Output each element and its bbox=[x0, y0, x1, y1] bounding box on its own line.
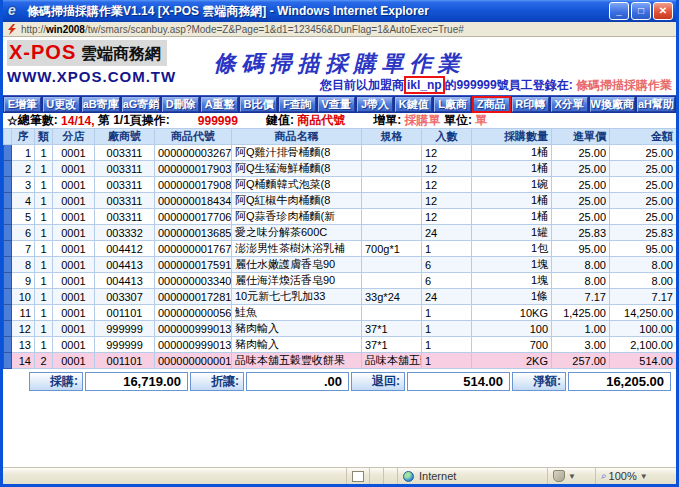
table-row[interactable]: 7100010044120000000017671澎澎男性茶樹沐浴乳補700g*… bbox=[4, 241, 677, 257]
cell bbox=[362, 225, 422, 241]
table-row[interactable]: 5100010033110000000177061阿Q蒜香珍肉桶麵(新121桶2… bbox=[4, 209, 677, 225]
magnifier-icon: ⌕ bbox=[601, 470, 607, 482]
table-row[interactable]: 4100010033110000000184342阿Q紅椒牛肉桶麵(8121桶2… bbox=[4, 193, 677, 209]
cell: 0000009990135 bbox=[155, 321, 232, 337]
table-row[interactable]: 2100010033110000000179034阿Q生猛海鮮桶麵(8121桶2… bbox=[4, 161, 677, 177]
zoom-control[interactable]: ⌕ 100% ▼ bbox=[596, 468, 676, 484]
row-marker[interactable] bbox=[4, 273, 12, 289]
cell: 12 bbox=[422, 193, 472, 209]
cell: 8.00 bbox=[552, 257, 610, 273]
row-marker[interactable] bbox=[4, 241, 12, 257]
address-bar[interactable]: http://win2008/tw/smars/scanbuy.asp?Mode… bbox=[3, 22, 676, 37]
toolbar: E增筆U更改aB寄庫aG寄銷D刪除A重整B比價F查詢V查量J帶入K鍵值L廠商Z商… bbox=[3, 95, 676, 113]
cell: 0001 bbox=[53, 241, 95, 257]
statusbar-message-area bbox=[3, 468, 347, 484]
row-marker[interactable] bbox=[4, 145, 12, 161]
row-marker[interactable] bbox=[4, 257, 12, 273]
status-bar: Internet ▼ ⌕ 100% ▼ bbox=[3, 467, 676, 484]
toolbar-button-14[interactable]: X分單 bbox=[551, 97, 588, 112]
cell: 0000000177061 bbox=[155, 209, 232, 225]
toolbar-button-3[interactable]: aG寄銷 bbox=[122, 97, 161, 112]
minimize-button[interactable]: _ bbox=[609, 2, 629, 20]
table-row[interactable]: 8100010044130000000175913麗仕水嫩護膚香皂9061塊8.… bbox=[4, 257, 677, 273]
page-content: X-POS 雲端商務網 WWW.XPOS.COM.TW 條碼掃描採購單作業 您目… bbox=[3, 37, 676, 467]
toolbar-button-13[interactable]: R印轉 bbox=[512, 97, 549, 112]
table-row[interactable]: 1010001003307000000017281310元新七七乳加3333g*… bbox=[4, 289, 677, 305]
column-header: 廠商號 bbox=[95, 129, 155, 145]
row-marker[interactable] bbox=[4, 225, 12, 241]
toolbar-button-1[interactable]: U更改 bbox=[43, 97, 80, 112]
page-title: 條碼掃描採購單作業 bbox=[3, 49, 676, 79]
close-button[interactable]: ✕ bbox=[653, 2, 673, 20]
toolbar-button-7[interactable]: F查詢 bbox=[279, 97, 316, 112]
toolbar-button-5[interactable]: A重整 bbox=[201, 97, 238, 112]
cell: 7.17 bbox=[552, 289, 610, 305]
cell: 12 bbox=[12, 321, 35, 337]
cell bbox=[362, 257, 422, 273]
toolbar-button-9[interactable]: J帶入 bbox=[357, 97, 394, 112]
toolbar-button-11[interactable]: L廠商 bbox=[434, 97, 471, 112]
table-row[interactable]: 12100019999990000009990135豬肉輸入37*111001.… bbox=[4, 321, 677, 337]
cell: 0001 bbox=[53, 145, 95, 161]
cell: 003307 bbox=[95, 289, 155, 305]
cell: 37*1 bbox=[362, 321, 422, 337]
cell: 0000000136853 bbox=[155, 225, 232, 241]
toolbar-button-16[interactable]: aH幫助 bbox=[637, 97, 675, 112]
cell: 阿Q雞汁排骨桶麵(8 bbox=[232, 145, 362, 161]
toolbar-button-15[interactable]: W換廠商 bbox=[590, 97, 635, 112]
purchase-total-value: 16,719.00 bbox=[85, 372, 188, 391]
zoom-level: 100% bbox=[609, 470, 637, 482]
cell: 1 bbox=[35, 337, 53, 353]
table-row[interactable]: 13100019999990000009990135豬肉輸入37*117003.… bbox=[4, 337, 677, 353]
cell: 003332 bbox=[95, 225, 155, 241]
toolbar-button-8[interactable]: V查量 bbox=[318, 97, 355, 112]
row-marker[interactable] bbox=[4, 289, 12, 305]
zone-label: Internet bbox=[419, 470, 456, 482]
row-marker[interactable] bbox=[4, 193, 12, 209]
cell: 1,425.00 bbox=[552, 305, 610, 321]
cell: 10元新七七乳加33 bbox=[232, 289, 362, 305]
cell: 001101 bbox=[95, 353, 155, 369]
maximize-button[interactable]: □ bbox=[631, 2, 651, 20]
row-marker[interactable] bbox=[4, 337, 12, 353]
cell: 6 bbox=[422, 273, 472, 289]
cell: 2 bbox=[35, 353, 53, 369]
toolbar-button-2[interactable]: aB寄庫 bbox=[82, 97, 120, 112]
cell: 愛之味分解茶600C bbox=[232, 225, 362, 241]
cell: 14 bbox=[12, 353, 35, 369]
discount-value: .00 bbox=[246, 372, 349, 391]
cell: 麗仕水嫩護膚香皂90 bbox=[232, 257, 362, 273]
table-row[interactable]: 6100010033320000000136853愛之味分解茶600C241罐2… bbox=[4, 225, 677, 241]
cell: 澎澎男性茶樹沐浴乳補 bbox=[232, 241, 362, 257]
cell: 10 bbox=[12, 289, 35, 305]
column-header: 入數 bbox=[422, 129, 472, 145]
toolbar-button-10[interactable]: K鍵值 bbox=[395, 97, 432, 112]
toolbar-button-6[interactable]: B比價 bbox=[240, 97, 277, 112]
row-marker[interactable] bbox=[4, 161, 12, 177]
column-header: 進單價 bbox=[552, 129, 610, 145]
return-label: 退回: bbox=[351, 372, 405, 391]
cell: 8.00 bbox=[552, 273, 610, 289]
row-marker[interactable] bbox=[4, 305, 12, 321]
cell: 1 bbox=[35, 193, 53, 209]
cell: 1桶 bbox=[472, 145, 552, 161]
row-marker[interactable] bbox=[4, 353, 12, 369]
toolbar-button-4[interactable]: D刪除 bbox=[162, 97, 199, 112]
cell: 12 bbox=[422, 161, 472, 177]
table-row[interactable]: 9100010044130000000033404麗仕海洋煥活香皂9061塊8.… bbox=[4, 273, 677, 289]
row-marker[interactable] bbox=[4, 321, 12, 337]
table-row[interactable]: 3100010033110000000179089阿Q桶麵韓式泡菜(8121碗2… bbox=[4, 177, 677, 193]
cell: 999999 bbox=[95, 321, 155, 337]
row-marker[interactable] bbox=[4, 177, 12, 193]
cell: 12 bbox=[422, 145, 472, 161]
cell: 4 bbox=[12, 193, 35, 209]
cell: 麗仕海洋煥活香皂90 bbox=[232, 273, 362, 289]
browser-window: e 條碼掃描採購作業V1.14 [X-POS 雲端商務網] - Windows … bbox=[0, 0, 679, 487]
toolbar-button-12[interactable]: Z商品 bbox=[472, 96, 511, 113]
toolbar-button-0[interactable]: E增筆 bbox=[4, 97, 41, 112]
table-row[interactable]: 14200010011010000000000017品味本舖五穀豐收餅果品味本舖… bbox=[4, 353, 677, 369]
table-row[interactable]: 1100010033110000000032674阿Q雞汁排骨桶麵(8121桶2… bbox=[4, 145, 677, 161]
row-marker[interactable] bbox=[4, 209, 12, 225]
table-row[interactable]: 11100010011010000000000567鮭魚110KG1,425.0… bbox=[4, 305, 677, 321]
protected-mode-control[interactable]: ▼ bbox=[548, 468, 596, 484]
